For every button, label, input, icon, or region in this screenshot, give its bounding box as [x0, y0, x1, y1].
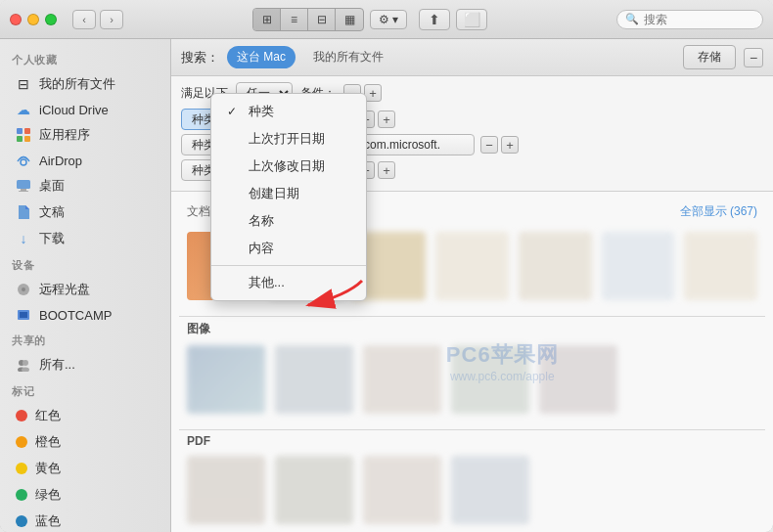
sidebar-item-label: 红色 [35, 407, 61, 424]
minimize-button[interactable] [27, 14, 39, 25]
pdf-thumb-4[interactable] [451, 456, 529, 524]
view-buttons: ⊞ ≡ ⊟ ▦ [252, 8, 364, 31]
sidebar-item-label: 应用程序 [39, 126, 90, 144]
svg-point-13 [23, 360, 28, 366]
pdf-thumb-1[interactable] [187, 456, 265, 524]
scope-all-files-button[interactable]: 我的所有文件 [303, 46, 393, 68]
dropdown-item-last-modified[interactable]: 上次修改日期 [211, 153, 366, 180]
tag-yellow-dot [16, 463, 27, 474]
sidebar-item-all-shared[interactable]: 所有... [4, 352, 166, 377]
svg-rect-5 [17, 180, 30, 189]
bootcamp-icon [16, 307, 31, 323]
icloud-icon: ☁ [16, 102, 31, 117]
dropdown-item-label: 上次修改日期 [249, 157, 325, 175]
search-label: 搜索： [181, 49, 219, 66]
tag-red-dot [16, 410, 27, 421]
view-list-button[interactable]: ≡ [281, 9, 308, 30]
dropdown-item-created[interactable]: 创建日期 [211, 180, 366, 207]
doc-thumb-4[interactable] [435, 232, 509, 300]
sidebar-item-airdrop[interactable]: AirDrop [4, 149, 166, 172]
sidebar-item-documents[interactable]: 文稿 [4, 200, 166, 225]
doc-thumb-6[interactable] [602, 232, 675, 300]
arrange-button[interactable]: ⚙ ▾ [370, 10, 407, 29]
sidebar-item-bootcamp[interactable]: BOOTCAMP [4, 303, 166, 327]
sidebar-item-tag-blue[interactable]: 蓝色 [4, 509, 166, 532]
search-input[interactable] [644, 13, 754, 26]
sidebar-item-label: 橙色 [35, 433, 61, 451]
tag-orange-dot [16, 436, 27, 448]
sidebar-item-tag-red[interactable]: 红色 [4, 403, 166, 428]
checkmark-icon: ✓ [227, 105, 241, 118]
remote-disk-icon [16, 282, 31, 297]
shared-title: 共享的 [0, 328, 170, 351]
sidebar-item-downloads[interactable]: ↓ 下载 [4, 226, 166, 251]
tag-blue-dot [16, 515, 27, 527]
share-button[interactable]: ⬆ [419, 9, 450, 30]
view-columns-button[interactable]: ⊟ [308, 9, 336, 30]
img-thumb-1[interactable] [187, 345, 265, 414]
sidebar-item-label: 我的所有文件 [39, 75, 115, 93]
sidebar-item-remote-disk[interactable]: 远程光盘 [4, 277, 166, 302]
dropdown-item-type[interactable]: ✓ 种类 [211, 98, 366, 125]
finder-window: ‹ › ⊞ ≡ ⊟ ▦ ⚙ ▾ ⬆ ⬜ 🔍 [0, 0, 773, 532]
traffic-lights [10, 14, 57, 25]
sidebar-item-tag-orange[interactable]: 橙色 [4, 429, 166, 455]
sidebar-item-desktop[interactable]: 桌面 [4, 173, 166, 199]
toolbar-center: ⊞ ≡ ⊟ ▦ ⚙ ▾ ⬆ ⬜ [131, 8, 609, 31]
svg-rect-11 [20, 312, 27, 318]
view-grid-button[interactable]: ⊞ [253, 9, 281, 30]
doc-thumb-7[interactable] [684, 232, 757, 300]
pdf-section-header: PDF [179, 429, 765, 452]
add-criteria-3-button[interactable]: + [378, 161, 395, 179]
tag-green-dot [16, 489, 27, 501]
sidebar-item-tag-green[interactable]: 绿色 [4, 482, 166, 508]
doc-thumb-5[interactable] [519, 232, 592, 300]
add-criteria-2-button[interactable]: + [501, 136, 519, 154]
sidebar-item-label: 黄色 [35, 460, 61, 477]
images-row [179, 341, 765, 418]
file-section-label-doc: 文档 [187, 203, 210, 220]
close-button[interactable] [10, 14, 22, 25]
img-thumb-4[interactable] [451, 345, 529, 414]
save-search-button[interactable]: 存储 [683, 45, 736, 69]
pdf-thumb-2[interactable] [275, 456, 353, 524]
pdf-thumb-3[interactable] [363, 456, 441, 524]
nav-buttons: ‹ › [72, 10, 123, 29]
svg-rect-7 [19, 191, 28, 192]
dropdown-item-last-opened[interactable]: 上次打开日期 [211, 125, 366, 153]
back-button[interactable]: ‹ [72, 10, 96, 29]
sidebar-item-all-files[interactable]: ⊟ 我的所有文件 [4, 71, 166, 97]
sidebar-item-label: 桌面 [39, 177, 65, 195]
sidebar-item-label: 所有... [39, 356, 75, 374]
images-section-header: 图像 [179, 316, 765, 341]
search-icon: 🔍 [625, 13, 639, 25]
dropdown-item-label: 创建日期 [249, 185, 299, 202]
remove-criteria-2-button[interactable]: − [480, 136, 498, 154]
dropdown-item-name[interactable]: 名称 [211, 207, 366, 235]
tag-button[interactable]: ⬜ [456, 9, 487, 30]
sidebar-item-label: 远程光盘 [39, 281, 90, 298]
dropdown-item-other[interactable]: 其他... [211, 269, 366, 296]
forward-button[interactable]: › [100, 10, 123, 29]
sidebar-item-tag-yellow[interactable]: 黄色 [4, 456, 166, 481]
sidebar-item-apps[interactable]: 应用程序 [4, 122, 166, 148]
sidebar-item-label: iCloud Drive [39, 103, 109, 117]
dropdown-item-content[interactable]: 内容 [211, 235, 366, 262]
search-bar: 搜索： 这台 Mac 我的所有文件 存储 − [171, 39, 773, 76]
img-thumb-3[interactable] [363, 345, 441, 414]
add-criteria-1-button[interactable]: + [378, 111, 395, 128]
airdrop-icon [16, 153, 31, 168]
remove-search-button[interactable]: − [744, 48, 763, 67]
img-thumb-2[interactable] [275, 345, 353, 414]
pdf-label: PDF [187, 434, 210, 448]
scope-this-mac-button[interactable]: 这台 Mac [227, 46, 296, 68]
show-all-count[interactable]: 全部显示 (367) [680, 203, 757, 220]
sidebar-item-icloud[interactable]: ☁ iCloud Drive [4, 98, 166, 121]
dropdown-separator [211, 265, 366, 266]
maximize-button[interactable] [45, 14, 57, 25]
img-thumb-5[interactable] [539, 345, 617, 414]
downloads-icon: ↓ [16, 231, 31, 246]
criteria-value-2b[interactable] [357, 134, 475, 155]
search-box[interactable]: 🔍 [616, 10, 763, 29]
view-gallery-button[interactable]: ▦ [336, 9, 363, 30]
